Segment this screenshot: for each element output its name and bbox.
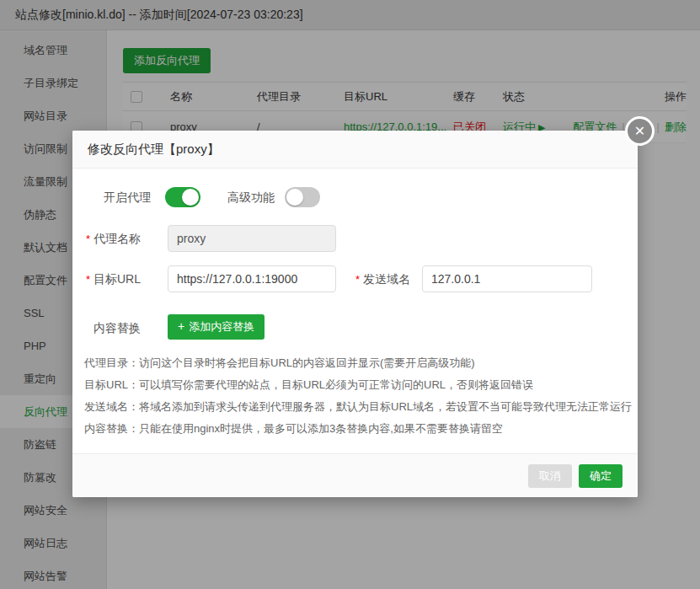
add-content-replace-button[interactable]: +添加内容替换 <box>168 314 265 340</box>
close-icon[interactable]: ✕ <box>625 116 655 146</box>
enable-proxy-toggle[interactable] <box>165 187 200 207</box>
target-url-input[interactable] <box>168 265 336 292</box>
help-text-block: 代理目录：访问这个目录时将会把目标URL的内容返回并显示(需要开启高级功能) 目… <box>84 352 623 440</box>
send-domain-label: *发送域名 <box>346 265 422 293</box>
required-asterisk: * <box>355 273 360 286</box>
dialog-title: 修改反向代理【proxy】 <box>72 131 638 169</box>
confirm-button[interactable]: 确定 <box>579 464 623 488</box>
dialog-footer: 取消 确定 <box>72 453 638 497</box>
advanced-feature-label: 高级功能 <box>227 190 275 206</box>
help-line: 发送域名：将域名添加到请求头传递到代理服务器，默认为目标URL域名，若设置不当可… <box>84 396 623 418</box>
proxy-name-label: *代理名称 <box>72 225 152 253</box>
dialog-body: 开启代理 高级功能 *代理名称 *目标URL *发送域名 内容替换 +添加内容替… <box>72 169 638 453</box>
toggle-row: 开启代理 高级功能 <box>72 187 638 209</box>
edit-reverse-proxy-dialog: 修改反向代理【proxy】 开启代理 高级功能 *代理名称 *目标URL *发送… <box>72 131 638 497</box>
send-domain-input[interactable] <box>422 265 592 292</box>
cancel-button[interactable]: 取消 <box>528 464 572 488</box>
target-url-label: *目标URL <box>72 265 152 293</box>
content-replace-label: 内容替换 <box>72 314 152 341</box>
help-line: 目标URL：可以填写你需要代理的站点，目标URL必须为可正常访问的URL，否则将… <box>84 374 623 396</box>
help-line: 代理目录：访问这个目录时将会把目标URL的内容返回并显示(需要开启高级功能) <box>84 352 623 374</box>
enable-proxy-label: 开启代理 <box>104 190 151 206</box>
required-asterisk: * <box>86 273 90 286</box>
required-asterisk: * <box>86 233 90 245</box>
advanced-feature-toggle[interactable] <box>285 187 320 207</box>
toggle-knob <box>286 189 303 206</box>
toggle-knob <box>182 189 199 206</box>
proxy-name-input <box>168 225 336 252</box>
plus-icon: + <box>178 319 184 333</box>
help-line: 内容替换：只能在使用nginx时提供，最多可以添加3条替换内容,如果不需要替换请… <box>84 418 623 440</box>
